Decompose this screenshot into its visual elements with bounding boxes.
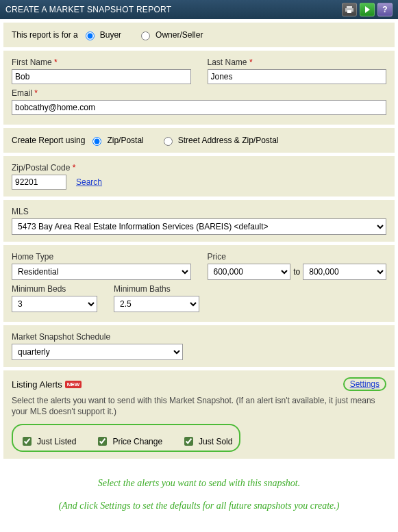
mls-panel: MLS 5473 Bay Area Real Estate Informatio… <box>3 200 395 242</box>
price-change-checkbox[interactable] <box>98 437 107 446</box>
svg-rect-2 <box>347 10 351 13</box>
contact-panel: First Name * Last Name * Email * <box>3 51 395 125</box>
play-button[interactable] <box>360 3 375 16</box>
min-beds-label: Minimum Beds <box>12 284 97 294</box>
last-name-input[interactable] <box>208 69 387 84</box>
criteria-panel: Home Type Residential Price 600,000 to 8… <box>3 245 395 322</box>
price-from-select[interactable]: 600,000 <box>208 264 291 280</box>
zip-label: Zip/Postal Code * <box>12 163 75 173</box>
printer-icon <box>345 5 353 14</box>
just-sold-option[interactable]: Just Sold <box>182 435 232 448</box>
report-for-panel: This report is for a Buyer Owner/Seller <box>3 23 395 47</box>
new-badge: NEW <box>65 381 82 388</box>
zip-input[interactable] <box>12 175 66 190</box>
price-to-select[interactable]: 800,000 <box>303 264 386 280</box>
mls-label: MLS <box>12 207 29 216</box>
print-button[interactable] <box>342 3 357 16</box>
min-beds-select[interactable]: 3 <box>12 296 97 312</box>
window-title: CREATE A MARKET SNAPSHOT REPORT <box>5 5 171 14</box>
email-label: Email * <box>12 88 386 98</box>
listing-alerts-panel: Listing Alerts NEW Settings Select the a… <box>3 370 395 459</box>
owner-radio-label[interactable]: Owner/Seller <box>138 29 203 40</box>
window-titlebar: CREATE A MARKET SNAPSHOT REPORT ? <box>0 0 398 19</box>
min-baths-select[interactable]: 2.5 <box>114 296 199 312</box>
settings-highlight: Settings <box>343 377 386 391</box>
schedule-label: Market Snapshot Schedule <box>12 332 110 342</box>
alerts-help-text: Select the alerts you want to send with … <box>12 395 386 417</box>
last-name-label: Last Name * <box>208 58 387 67</box>
zip-search-link[interactable]: Search <box>76 177 102 187</box>
price-change-option[interactable]: Price Change <box>95 435 162 448</box>
zip-radio[interactable] <box>92 137 101 146</box>
just-listed-checkbox[interactable] <box>23 437 32 446</box>
schedule-select[interactable]: quarterly <box>12 344 183 360</box>
annotation-line-2: (And click Settings to set the defaults … <box>12 498 386 514</box>
first-name-input[interactable] <box>12 69 191 84</box>
addr-radio-label[interactable]: Street Address & Zip/Postal <box>160 135 279 146</box>
addr-radio[interactable] <box>164 137 173 146</box>
annotation-text: Select the alerts you want to send with … <box>0 462 398 532</box>
help-button[interactable]: ? <box>377 3 393 16</box>
min-baths-label: Minimum Baths <box>114 284 199 294</box>
help-icon: ? <box>382 5 388 14</box>
just-sold-checkbox[interactable] <box>184 437 193 446</box>
home-type-select[interactable]: Residential <box>12 264 191 280</box>
buyer-radio[interactable] <box>86 31 95 40</box>
alerts-settings-link[interactable]: Settings <box>350 379 380 389</box>
first-name-label: First Name * <box>12 58 191 67</box>
mls-select[interactable]: 5473 Bay Area Real Estate Information Se… <box>12 218 386 235</box>
buyer-radio-label[interactable]: Buyer <box>82 29 121 40</box>
just-listed-option[interactable]: Just Listed <box>20 435 76 448</box>
create-using-panel: Create Report using Zip/Postal Street Ad… <box>3 128 395 153</box>
home-type-label: Home Type <box>12 252 191 262</box>
play-icon <box>365 6 370 13</box>
listing-alerts-heading: Listing Alerts <box>12 379 62 390</box>
annotation-line-1: Select the alerts you want to send with … <box>12 476 386 491</box>
zip-radio-label[interactable]: Zip/Postal <box>89 135 143 146</box>
zip-panel: Zip/Postal Code * Search <box>3 156 395 197</box>
schedule-panel: Market Snapshot Schedule quarterly <box>3 325 395 367</box>
alerts-checks-highlight: Just Listed Price Change Just Sold <box>12 424 240 452</box>
email-input[interactable] <box>12 100 386 115</box>
create-using-label: Create Report using <box>12 136 85 145</box>
svg-rect-0 <box>347 6 352 8</box>
price-label: Price <box>208 252 387 262</box>
price-to-label: to <box>290 267 303 277</box>
report-for-label: This report is for a <box>12 30 78 40</box>
owner-radio[interactable] <box>141 31 150 40</box>
